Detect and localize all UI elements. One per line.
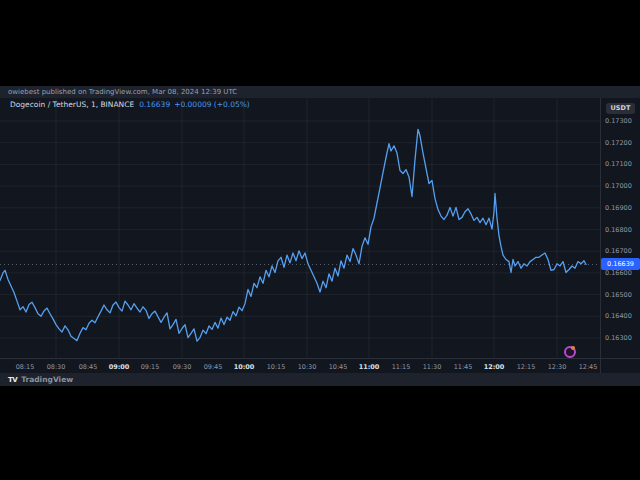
time-tick-label: 11:45 — [454, 363, 473, 371]
time-tick-label: 10:45 — [329, 363, 348, 371]
price-tick-label: 0.16800 — [605, 226, 632, 234]
time-tick-label: 08:30 — [47, 363, 66, 371]
time-tick-label: 10:30 — [298, 363, 317, 371]
last-price-value: 0.16639 — [139, 100, 170, 109]
time-tick-label: 08:45 — [79, 363, 98, 371]
publish-attribution-text: owiebest published on TradingView.com, M… — [8, 88, 237, 96]
price-tick-label: 0.17000 — [605, 182, 632, 190]
price-tick-label: 0.16300 — [605, 334, 632, 342]
symbol-legend: Dogecoin / TetherUS, 1, BINANCE0.16639+0… — [10, 100, 250, 109]
price-tick-label: 0.16900 — [605, 204, 632, 212]
time-tick-label: 09:00 — [109, 363, 130, 371]
time-tick-label: 12:45 — [579, 363, 598, 371]
chart-pane[interactable]: Dogecoin / TetherUS, 1, BINANCE0.16639+0… — [0, 98, 640, 373]
time-tick-label: 10:15 — [267, 363, 286, 371]
time-tick-label: 08:15 — [16, 363, 35, 371]
time-axis[interactable]: 08:1508:3008:4509:0009:1509:3009:4510:00… — [0, 358, 640, 373]
time-tick-label: 11:30 — [423, 363, 442, 371]
last-price-tag: 0.16639 — [601, 258, 640, 270]
time-tick-label: 11:00 — [359, 363, 380, 371]
price-tick-label: 0.16700 — [605, 247, 632, 255]
tradingview-footer-bar: TV TradingView — [0, 373, 640, 386]
time-tick-label: 10:00 — [234, 363, 255, 371]
price-tick-label: 0.17100 — [605, 160, 632, 168]
price-chart[interactable] — [0, 98, 600, 358]
tradingview-logo-text[interactable]: TradingView — [21, 375, 73, 384]
tradingview-logo-icon[interactable]: TV — [8, 376, 17, 384]
price-tick-label: 0.17300 — [605, 117, 632, 125]
video-frame: { "publish_bar": { "text": "owiebest pub… — [0, 0, 640, 480]
price-tick-label: 0.16500 — [605, 291, 632, 299]
chart-badge-icon — [564, 346, 576, 358]
time-tick-label: 12:15 — [517, 363, 536, 371]
tradingview-snapshot: owiebest published on TradingView.com, M… — [0, 86, 640, 386]
time-tick-label: 11:15 — [392, 363, 411, 371]
currency-toggle-button[interactable]: USDT — [606, 103, 635, 114]
symbol-title: Dogecoin / TetherUS, 1, BINANCE — [10, 100, 134, 109]
time-tick-label: 12:30 — [548, 363, 567, 371]
price-line-series — [0, 129, 586, 341]
time-tick-label: 09:15 — [141, 363, 160, 371]
price-tick-label: 0.17200 — [605, 139, 632, 147]
time-tick-label: 09:30 — [173, 363, 192, 371]
price-axis[interactable]: USDT 0.173000.172000.171000.170000.16900… — [600, 98, 640, 373]
price-change-value: +0.00009 (+0.05%) — [174, 100, 250, 109]
time-tick-label: 09:45 — [204, 363, 223, 371]
publish-attribution-bar: owiebest published on TradingView.com, M… — [0, 86, 640, 98]
price-tick-label: 0.16600 — [605, 269, 632, 277]
time-tick-label: 12:00 — [484, 363, 505, 371]
price-tick-label: 0.16400 — [605, 312, 632, 320]
